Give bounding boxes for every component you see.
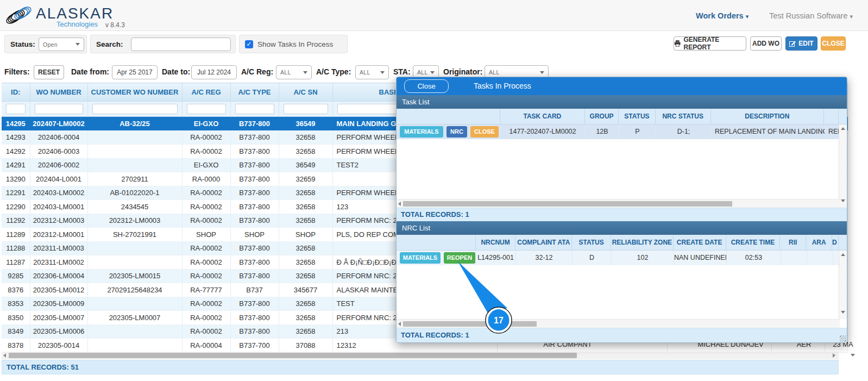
task-list-row[interactable]: MATERIALS NRC CLOSE 1477-202407-LM0002 1… bbox=[397, 124, 847, 139]
chevron-down-icon: ▾ bbox=[850, 13, 853, 20]
scroll-up-icon[interactable] bbox=[841, 127, 845, 130]
table-cell: 14295 bbox=[2, 117, 30, 131]
table-cell: 32658 bbox=[279, 324, 332, 339]
task-materials-button[interactable]: MATERIALS bbox=[400, 126, 443, 138]
edit-button[interactable]: EDIT bbox=[785, 36, 817, 51]
nrc-col-nrcnum: NRCNUM bbox=[476, 235, 516, 251]
nrc-list-section-header: NRC List bbox=[397, 221, 847, 235]
nrc-ara-cell bbox=[807, 251, 833, 265]
table-cell: 36549 bbox=[279, 117, 332, 131]
tasks-in-process-panel: Close Tasks In Process Task List TASK CA… bbox=[396, 77, 847, 343]
task-col-task-card: TASK CARD bbox=[500, 109, 586, 124]
task-scrollbar-thumb[interactable] bbox=[403, 201, 732, 207]
table-cell: 202305-0014 bbox=[30, 339, 87, 353]
table-cell: 345677 bbox=[279, 283, 332, 297]
nrc-list-header-row: NRCNUM COMPLAINT ATA STATUS RELIABILITY … bbox=[397, 235, 847, 251]
table-cell: RA-00002 bbox=[182, 297, 230, 311]
scroll-right-icon[interactable] bbox=[833, 353, 835, 358]
ac-reg-select[interactable]: ALL bbox=[276, 65, 312, 79]
column-header-ac-type: A/C TYPE bbox=[230, 83, 279, 102]
table-cell: 202311-LM0003 bbox=[30, 241, 87, 255]
task-col-group: GROUP bbox=[585, 109, 619, 124]
table-cell: 12290 bbox=[2, 200, 30, 214]
table-cell: EI-GXO bbox=[182, 158, 230, 172]
nrc-col-create-date: CREATE DATE bbox=[674, 235, 726, 251]
main-horizontal-scrollbar[interactable] bbox=[2, 352, 839, 359]
table-cell: EI-GXO bbox=[182, 117, 230, 131]
date-from-input[interactable] bbox=[112, 65, 158, 79]
table-cell: SHOP bbox=[279, 228, 332, 242]
close-wo-button[interactable]: CLOSE bbox=[821, 36, 846, 51]
panel-close-button[interactable]: Close bbox=[404, 79, 449, 93]
table-cell: 202305-LM0015 bbox=[87, 269, 182, 283]
search-input[interactable] bbox=[131, 38, 231, 51]
table-cell: RA-00002 bbox=[182, 241, 230, 255]
task-close-button[interactable]: CLOSE bbox=[470, 126, 499, 138]
table-cell: 27029125648234 bbox=[87, 283, 182, 297]
scroll-down-icon[interactable] bbox=[841, 199, 845, 202]
scroll-down-icon[interactable] bbox=[841, 311, 845, 314]
table-cell: B737-800 bbox=[230, 269, 279, 283]
nrc-list-row[interactable]: MATERIALS REOPEN L14295-001 32-12 D 102 … bbox=[397, 251, 847, 265]
table-cell: 202406-0003 bbox=[30, 145, 87, 159]
scroll-left-icon[interactable] bbox=[398, 202, 401, 206]
main-scrollbar-thumb[interactable] bbox=[9, 353, 577, 358]
scroll-up-icon[interactable] bbox=[841, 253, 845, 256]
task-nrc-status-cell: D-1; bbox=[656, 124, 712, 139]
chevron-down-icon bbox=[380, 71, 385, 74]
task-list-vertical-scrollbar[interactable] bbox=[839, 124, 847, 208]
printer-icon bbox=[674, 40, 681, 47]
task-list-header-row: TASK CARD GROUP STATUS NRC STATUS DESCRI… bbox=[397, 109, 847, 124]
panel-resize-handle-icon[interactable] bbox=[840, 335, 846, 342]
filter-input-ac-type[interactable] bbox=[235, 104, 274, 114]
filters-label: Filters: bbox=[4, 67, 30, 76]
table-cell: 14291 bbox=[2, 158, 30, 172]
nrc-reliability-zone-cell: 102 bbox=[612, 251, 674, 265]
nrc-list-horizontal-scrollbar[interactable] bbox=[397, 319, 840, 328]
table-cell: SHOP bbox=[182, 228, 230, 242]
status-select[interactable]: Open bbox=[39, 38, 84, 51]
show-tasks-checkbox[interactable]: ✓ bbox=[245, 40, 253, 48]
column-menu-chevron-icon[interactable] bbox=[851, 354, 855, 357]
table-cell bbox=[87, 158, 182, 172]
nrc-col-create-time: CREATE TIME bbox=[726, 235, 781, 251]
nrc-col-rii: RII bbox=[780, 235, 806, 251]
filter-input-customer-wo[interactable] bbox=[92, 104, 178, 114]
top-header-bar: ALASKAR Technologies v 8.4.3 Work Orders… bbox=[0, 0, 868, 31]
table-cell: 32658 bbox=[279, 269, 332, 283]
date-to-input[interactable] bbox=[191, 65, 237, 79]
add-wo-button[interactable]: ADD WO bbox=[750, 36, 782, 51]
nav-work-orders[interactable]: Work Orders▾ bbox=[696, 11, 749, 20]
nrc-status-cell: D bbox=[573, 251, 612, 265]
task-nrc-button[interactable]: NRC bbox=[446, 126, 467, 138]
nrc-scrollbar-thumb[interactable] bbox=[403, 321, 537, 327]
task-list-section-header: Task List bbox=[397, 95, 847, 109]
nrc-reopen-button[interactable]: REOPEN bbox=[444, 252, 475, 264]
table-cell bbox=[87, 255, 182, 270]
scroll-left-icon[interactable] bbox=[398, 322, 401, 326]
filter-input-ac-sn[interactable] bbox=[284, 104, 328, 114]
nrc-materials-button[interactable]: MATERIALS bbox=[400, 252, 441, 264]
reset-filters-button[interactable]: RESET bbox=[34, 65, 64, 79]
table-cell bbox=[87, 297, 182, 311]
filter-input-id[interactable] bbox=[6, 104, 26, 114]
generate-report-button[interactable]: GENERATE REPORT bbox=[674, 36, 746, 51]
table-cell: 11287 bbox=[2, 255, 30, 270]
filter-input-ac-reg[interactable] bbox=[187, 104, 226, 114]
table-cell: B737-800 bbox=[230, 130, 279, 145]
table-cell: B737-800 bbox=[230, 241, 279, 255]
table-cell: AB-32/25 bbox=[87, 117, 182, 131]
nrc-list-vertical-scrollbar[interactable] bbox=[839, 251, 847, 319]
filter-input-wo-number[interactable] bbox=[35, 104, 83, 114]
table-cell: RA-0000 bbox=[182, 172, 230, 186]
table-cell: 37088 bbox=[279, 339, 332, 353]
table-cell: B737-800 bbox=[230, 311, 279, 325]
nav-user-menu[interactable]: Test Russian Software▾ bbox=[769, 11, 853, 20]
task-group-cell: 12B bbox=[586, 124, 619, 139]
table-cell: SH-27021991 bbox=[87, 228, 182, 242]
table-cell: RA-00002 bbox=[182, 186, 230, 200]
task-list-horizontal-scrollbar[interactable] bbox=[397, 199, 840, 208]
column-header-ac-reg: A/C REG bbox=[182, 83, 230, 102]
scroll-left-icon[interactable] bbox=[3, 353, 6, 358]
ac-type-select[interactable]: ALL bbox=[355, 65, 389, 79]
